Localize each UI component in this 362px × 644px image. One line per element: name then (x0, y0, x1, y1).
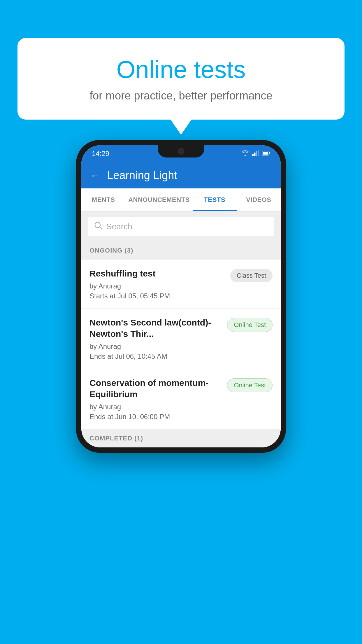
phone-camera (178, 148, 184, 155)
tab-announcements[interactable]: ANNOUNCEMENTS (125, 188, 193, 211)
tabs-bar: MENTS ANNOUNCEMENTS TESTS VIDEOS (81, 188, 281, 211)
speech-bubble-subtitle: for more practice, better performance (41, 90, 321, 102)
test-item[interactable]: Reshuffling test by Anurag Starts at Jul… (81, 260, 281, 309)
svg-rect-6 (263, 152, 268, 155)
svg-rect-5 (269, 152, 270, 154)
test-date: Starts at Jul 05, 05:45 PM (89, 292, 226, 300)
svg-rect-3 (258, 150, 259, 156)
svg-line-8 (100, 227, 102, 229)
search-icon (94, 221, 102, 232)
svg-rect-0 (252, 154, 254, 156)
search-bar[interactable]: Search (88, 217, 274, 236)
test-title: Conservation of momentum-Equilibrium (89, 377, 222, 400)
test-title: Newton's Second law(contd)-Newton's Thir… (89, 317, 222, 340)
app-header-title: Learning Light (107, 169, 177, 182)
phone-notch (158, 145, 204, 158)
test-item[interactable]: Conservation of momentum-Equilibrium by … (81, 369, 281, 429)
test-date: Ends at Jul 06, 10:45 AM (89, 352, 222, 360)
ongoing-section-header: ONGOING (3) (81, 242, 281, 260)
test-author: by Anurag (89, 282, 226, 290)
wifi-icon (241, 150, 249, 158)
speech-bubble-title: Online tests (41, 55, 321, 84)
completed-section-header: COMPLETED (1) (81, 429, 281, 447)
search-container: Search (81, 211, 281, 242)
speech-bubble: Online tests for more practice, better p… (17, 38, 345, 120)
phone-outer: 14:29 (76, 140, 286, 453)
signal-icon (252, 150, 259, 158)
status-icons (241, 150, 270, 158)
test-badge-online: Online Test (227, 318, 273, 332)
test-list: Reshuffling test by Anurag Starts at Jul… (81, 260, 281, 429)
test-info: Conservation of momentum-Equilibrium by … (89, 377, 222, 421)
back-button[interactable]: ← (90, 170, 100, 181)
app-header: ← Learning Light (81, 162, 281, 188)
test-title: Reshuffling test (89, 268, 226, 279)
test-author: by Anurag (89, 403, 222, 411)
test-info: Newton's Second law(contd)-Newton's Thir… (89, 317, 222, 360)
battery-icon (262, 150, 270, 157)
tab-ments[interactable]: MENTS (81, 188, 125, 211)
test-item[interactable]: Newton's Second law(contd)-Newton's Thir… (81, 309, 281, 369)
test-author: by Anurag (89, 342, 222, 351)
svg-rect-2 (256, 151, 257, 156)
phone-screen: 14:29 (81, 145, 281, 447)
phone-wrapper: 14:29 (76, 140, 286, 453)
status-time: 14:29 (92, 150, 109, 158)
tab-tests[interactable]: TESTS (193, 188, 237, 211)
tab-videos[interactable]: VIDEOS (237, 188, 281, 211)
svg-rect-1 (254, 153, 256, 156)
speech-bubble-container: Online tests for more practice, better p… (17, 38, 345, 120)
search-placeholder: Search (106, 222, 132, 231)
test-badge-class: Class Test (230, 269, 273, 282)
test-info: Reshuffling test by Anurag Starts at Jul… (89, 268, 226, 300)
test-date: Ends at Jun 10, 06:00 PM (89, 413, 222, 421)
test-badge-online: Online Test (227, 378, 273, 392)
